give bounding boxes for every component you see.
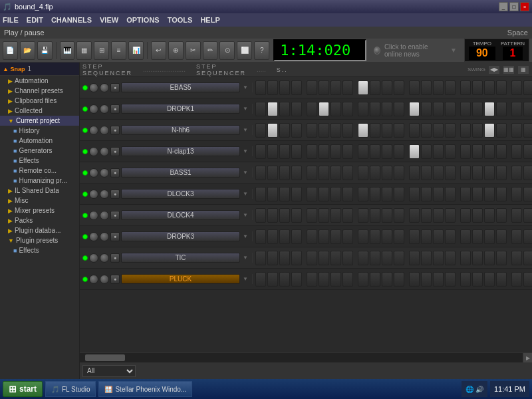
menu-channels[interactable]: CHANNELS bbox=[51, 16, 92, 24]
row-knob-volume[interactable] bbox=[89, 253, 98, 263]
step-9-1[interactable] bbox=[267, 272, 278, 287]
step-7-5[interactable] bbox=[319, 229, 329, 244]
step-0-6[interactable] bbox=[331, 80, 341, 95]
select-button[interactable]: ⊙ bbox=[219, 41, 235, 60]
step-4-19[interactable] bbox=[496, 166, 507, 180]
step-9-9[interactable] bbox=[370, 272, 380, 287]
row-knob-pan[interactable] bbox=[100, 190, 109, 199]
step-1-11[interactable] bbox=[394, 102, 404, 116]
tempo-control[interactable]: TEMPO 90 bbox=[469, 41, 495, 60]
step-8-3[interactable] bbox=[291, 251, 302, 265]
question-button[interactable]: ? bbox=[254, 41, 269, 60]
step-1-14[interactable] bbox=[433, 102, 444, 116]
step-1-12[interactable] bbox=[409, 102, 420, 116]
scroll-right-arrow[interactable]: ▶ bbox=[523, 353, 532, 362]
step-1-21[interactable] bbox=[523, 102, 532, 116]
step-8-21[interactable] bbox=[523, 251, 532, 265]
step-5-9[interactable] bbox=[370, 187, 380, 201]
step-3-14[interactable] bbox=[433, 144, 444, 159]
step-1-3[interactable] bbox=[291, 102, 302, 116]
expand-icon[interactable]: ▼ bbox=[450, 47, 457, 54]
step-4-20[interactable] bbox=[511, 166, 522, 180]
row-knob-pan[interactable] bbox=[100, 168, 109, 178]
step-7-3[interactable] bbox=[291, 229, 302, 244]
row-knob-volume[interactable] bbox=[89, 104, 98, 114]
step-2-16[interactable] bbox=[460, 123, 471, 138]
step-7-10[interactable] bbox=[382, 229, 392, 244]
step-3-11[interactable] bbox=[394, 144, 404, 159]
step-1-13[interactable] bbox=[421, 102, 432, 116]
browser-item-mixer-presets[interactable]: ▶ Mixer presets bbox=[0, 205, 79, 215]
step-4-4[interactable] bbox=[307, 166, 317, 180]
browser-item-clipboard[interactable]: ▶ Clipboard files bbox=[0, 96, 79, 106]
seq-ctrl-3[interactable]: ▦ bbox=[517, 65, 529, 74]
row-instrument-name[interactable]: DROPK3 bbox=[121, 231, 240, 241]
row-led[interactable] bbox=[82, 213, 88, 218]
redo-button[interactable]: ⊕ bbox=[168, 41, 184, 60]
step-0-8[interactable] bbox=[358, 80, 368, 95]
step-3-20[interactable] bbox=[511, 144, 522, 159]
step-4-14[interactable] bbox=[433, 166, 444, 180]
step-9-14[interactable] bbox=[433, 272, 444, 287]
scrollbar[interactable]: ▶ bbox=[80, 352, 532, 362]
step-1-15[interactable] bbox=[445, 102, 456, 116]
step-2-12[interactable] bbox=[409, 123, 420, 138]
seq-ctrl-1[interactable]: ◀▶ bbox=[488, 65, 500, 74]
row-btn-mute[interactable]: ● bbox=[110, 83, 120, 92]
step-3-13[interactable] bbox=[421, 144, 432, 159]
step-3-2[interactable] bbox=[279, 144, 290, 159]
step-3-16[interactable] bbox=[460, 144, 471, 159]
step-8-0[interactable] bbox=[255, 251, 266, 265]
step-4-17[interactable] bbox=[472, 166, 483, 180]
step-3-9[interactable] bbox=[370, 144, 380, 159]
step-8-13[interactable] bbox=[421, 251, 432, 265]
step-1-10[interactable] bbox=[382, 102, 392, 116]
step-5-15[interactable] bbox=[445, 187, 456, 201]
row-knob-pan[interactable] bbox=[100, 126, 109, 135]
step-5-19[interactable] bbox=[496, 187, 507, 201]
step-8-19[interactable] bbox=[496, 251, 507, 265]
step-4-7[interactable] bbox=[342, 166, 353, 180]
step-3-8[interactable] bbox=[358, 144, 368, 159]
menu-view[interactable]: VIEW bbox=[100, 16, 118, 24]
browser-item-collected[interactable]: ▶ Collected bbox=[0, 106, 79, 116]
step-8-4[interactable] bbox=[307, 251, 317, 265]
step-4-8[interactable] bbox=[358, 166, 368, 180]
browser-item-packs[interactable]: ▶ Packs bbox=[0, 215, 79, 225]
step-7-11[interactable] bbox=[394, 229, 404, 244]
step-5-18[interactable] bbox=[484, 187, 495, 201]
step-5-20[interactable] bbox=[511, 187, 522, 201]
step-8-12[interactable] bbox=[409, 251, 420, 265]
step-9-16[interactable] bbox=[460, 272, 471, 287]
browser-item-misc[interactable]: ▶ Misc bbox=[0, 196, 79, 205]
step-7-16[interactable] bbox=[460, 229, 471, 244]
step-8-20[interactable] bbox=[511, 251, 522, 265]
plugin-button[interactable]: 📊 bbox=[128, 41, 144, 60]
step-3-17[interactable] bbox=[472, 144, 483, 159]
step-7-15[interactable] bbox=[445, 229, 456, 244]
step-5-14[interactable] bbox=[433, 187, 444, 201]
step-7-14[interactable] bbox=[433, 229, 444, 244]
step-2-13[interactable] bbox=[421, 123, 432, 138]
row-instrument-name[interactable]: DLOCK3 bbox=[121, 189, 240, 199]
piano-roll-button[interactable]: 🎹 bbox=[60, 41, 75, 60]
menu-tools[interactable]: TOOLS bbox=[168, 16, 193, 24]
step-7-1[interactable] bbox=[267, 229, 278, 244]
step-4-15[interactable] bbox=[445, 166, 456, 180]
row-led[interactable] bbox=[82, 277, 88, 282]
step-0-21[interactable] bbox=[523, 80, 532, 95]
step-9-3[interactable] bbox=[291, 272, 302, 287]
step-4-13[interactable] bbox=[421, 166, 432, 180]
playlist-button[interactable]: ▦ bbox=[76, 41, 92, 60]
row-btn-mute[interactable]: ● bbox=[110, 232, 120, 241]
step-3-1[interactable] bbox=[267, 144, 278, 159]
browser-item-history[interactable]: ■ History bbox=[0, 126, 79, 136]
step-2-18[interactable] bbox=[484, 123, 495, 138]
news-text[interactable]: Click to enable online news bbox=[384, 43, 446, 58]
step-9-6[interactable] bbox=[331, 272, 341, 287]
step-0-19[interactable] bbox=[496, 80, 507, 95]
step-8-10[interactable] bbox=[382, 251, 392, 265]
new-button[interactable]: 📄 bbox=[3, 41, 18, 60]
step-8-8[interactable] bbox=[358, 251, 368, 265]
filter-select[interactable]: All Drums Bass Synth bbox=[82, 365, 136, 377]
